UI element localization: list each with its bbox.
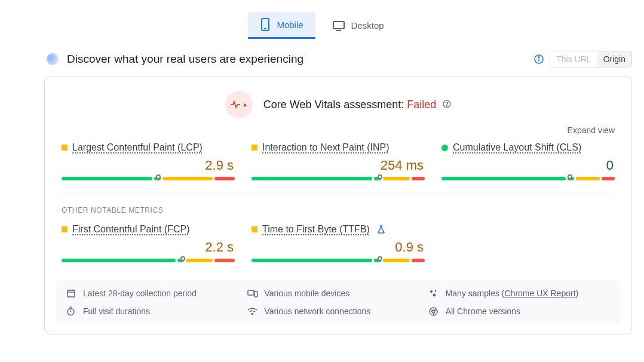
stopwatch-icon xyxy=(66,306,77,316)
assessment-row: Core Web Vitals assessment: Failed xyxy=(53,91,623,118)
status-square-icon xyxy=(62,226,68,232)
footer-durations: Full visit durations xyxy=(66,306,247,316)
svg-rect-13 xyxy=(248,290,254,295)
metric-inp-bar xyxy=(252,177,425,180)
svg-rect-14 xyxy=(254,292,257,297)
svg-point-15 xyxy=(430,290,433,293)
metric-inp-value: 254 ms xyxy=(252,153,425,176)
svg-point-16 xyxy=(434,290,436,292)
help-icon[interactable] xyxy=(443,100,451,108)
metric-cls[interactable]: Cumulative Layout Shift (CLS) 0 xyxy=(433,142,623,180)
other-metrics-row: First Contentful Paint (FCP) 2.2 s Time … xyxy=(53,224,623,271)
metric-ttfb-value: 0.9 s xyxy=(252,235,425,257)
metric-lcp-name: Largest Contentful Paint (LCP) xyxy=(72,142,203,153)
svg-rect-2 xyxy=(333,22,344,29)
tab-desktop[interactable]: Desktop xyxy=(320,12,396,39)
metric-cls-value: 0 xyxy=(441,153,615,176)
scope-origin[interactable]: Origin xyxy=(597,51,631,67)
metric-ttfb[interactable]: Time to First Byte (TTFB) 0.9 s xyxy=(243,224,433,262)
metric-fcp-value: 2.2 s xyxy=(62,235,235,257)
mobile-icon xyxy=(260,18,271,31)
metric-ttfb-bar xyxy=(252,259,425,262)
scope-this-url[interactable]: This URL xyxy=(550,51,597,67)
tab-desktop-label: Desktop xyxy=(351,20,384,30)
metric-ttfb-name: Time to First Byte (TTFB) xyxy=(262,224,370,235)
experimental-icon xyxy=(377,225,385,234)
metric-cls-name: Cumulative Layout Shift (CLS) xyxy=(453,142,581,153)
footer-period: Latest 28-day collection period xyxy=(66,289,247,298)
crux-report-link[interactable]: Chrome UX Report xyxy=(504,289,575,298)
assessment-label: Core Web Vitals assessment: xyxy=(263,99,404,111)
status-circle-icon xyxy=(441,145,448,151)
metric-inp-name: Interaction to Next Paint (INP) xyxy=(262,142,390,153)
footer-versions: All Chrome versions xyxy=(429,306,610,316)
tab-mobile-label: Mobile xyxy=(277,20,303,30)
info-icon[interactable] xyxy=(534,54,544,64)
status-square-icon xyxy=(62,145,68,151)
metric-fcp-name: First Contentful Paint (FCP) xyxy=(72,224,190,235)
expand-view-link[interactable]: Expand view xyxy=(53,121,623,142)
metric-fcp[interactable]: First Contentful Paint (FCP) 2.2 s xyxy=(53,224,243,262)
metric-lcp[interactable]: Largest Contentful Paint (LCP) 2.9 s xyxy=(53,142,243,180)
metric-lcp-bar xyxy=(62,177,235,180)
vitals-card: Core Web Vitals assessment: Failed Expan… xyxy=(44,76,632,335)
page-title: Discover what your real users are experi… xyxy=(67,53,303,66)
metric-empty xyxy=(433,224,623,262)
status-square-icon xyxy=(252,226,257,232)
metric-inp[interactable]: Interaction to Next Paint (INP) 254 ms xyxy=(243,142,433,180)
divider xyxy=(62,195,615,195)
assessment-status: Failed xyxy=(407,99,436,111)
svg-point-21 xyxy=(252,313,253,314)
header-row: Discover what your real users are experi… xyxy=(0,45,644,71)
svg-point-17 xyxy=(433,294,436,297)
wifi-icon xyxy=(247,308,258,315)
desktop-icon xyxy=(332,20,345,31)
footer-devices: Various mobile devices xyxy=(247,289,428,298)
metric-lcp-value: 2.9 s xyxy=(62,153,235,176)
metric-fcp-bar xyxy=(62,259,235,262)
calendar-icon xyxy=(66,289,77,298)
assessment-text: Core Web Vitals assessment: Failed xyxy=(263,99,452,111)
device-tabs: Mobile Desktop xyxy=(0,0,644,45)
users-icon xyxy=(47,53,59,65)
devices-icon xyxy=(247,289,258,297)
svg-rect-9 xyxy=(68,290,75,297)
svg-point-6 xyxy=(538,57,539,58)
metric-cls-bar xyxy=(441,177,615,180)
svg-point-8 xyxy=(447,105,447,106)
chrome-icon xyxy=(429,307,440,316)
samples-icon xyxy=(429,289,440,297)
core-metrics-row: Largest Contentful Paint (LCP) 2.9 s Int… xyxy=(53,142,623,189)
fail-badge-icon xyxy=(225,91,253,118)
other-metrics-label: OTHER NOTABLE METRICS xyxy=(53,204,623,224)
footer-networks: Various network connections xyxy=(247,306,428,316)
tab-mobile[interactable]: Mobile xyxy=(248,12,315,39)
footer-info: Latest 28-day collection period Various … xyxy=(56,280,621,324)
status-square-icon xyxy=(252,145,257,151)
scope-toggle: This URL Origin xyxy=(550,51,632,68)
footer-samples: Many samples (Chrome UX Report) xyxy=(429,289,610,298)
